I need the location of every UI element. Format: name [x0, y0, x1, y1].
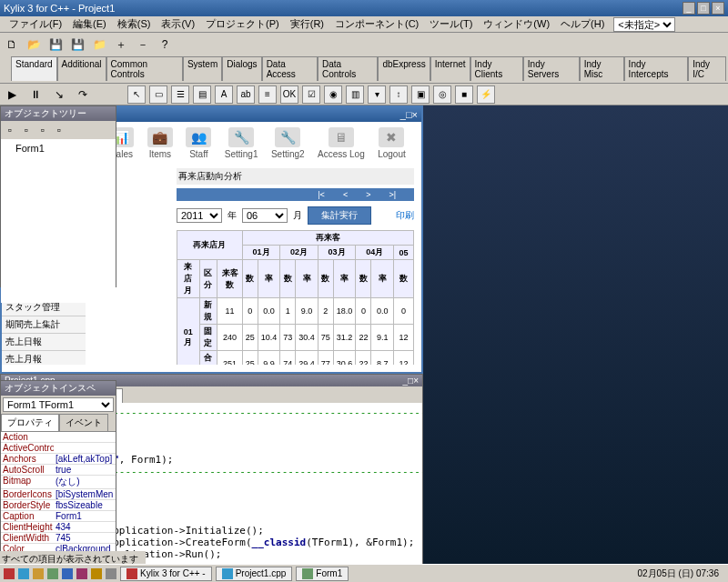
comp-check-icon[interactable]: ☑ [302, 85, 320, 104]
tree-btn3[interactable]: ▫ [35, 123, 50, 137]
app-icon-setting1[interactable]: 🔧Setting1 [225, 127, 258, 159]
form-close[interactable]: × [412, 109, 418, 120]
comp-tab[interactable]: Indy Misc [580, 56, 624, 81]
comp-tab[interactable]: Data Controls [318, 56, 378, 81]
app-icon-staff[interactable]: 👥Staff [186, 127, 211, 159]
nav-next[interactable]: > [366, 190, 370, 199]
month-select[interactable]: 06 [242, 208, 288, 223]
comp-combo-icon[interactable]: ▾ [368, 85, 386, 104]
task-form[interactable]: Form1 [296, 567, 349, 581]
menu-item[interactable]: 検索(S) [112, 17, 157, 31]
comp-tab[interactable]: Indy I/C [688, 56, 726, 81]
comp-edit-icon[interactable]: ab [237, 85, 255, 104]
property-row[interactable]: AutoScrolltrue [1, 465, 116, 476]
menu-item[interactable]: プロジェクト(P) [200, 17, 285, 31]
property-row[interactable]: ClientWidth745 [1, 533, 116, 544]
object-tree-body[interactable]: Form1 [1, 139, 116, 303]
menu-item[interactable]: コンポーネント(C) [329, 17, 424, 31]
comp-tab[interactable]: System [183, 56, 222, 81]
side-menu-item[interactable]: 売上日報 [2, 334, 86, 351]
app-icon-items[interactable]: 💼Items [147, 127, 173, 159]
comp-tab[interactable]: Indy Clients [470, 56, 523, 81]
comp-tab[interactable]: Data Access [262, 56, 318, 81]
app-icon-setting2[interactable]: 🔧Setting2 [271, 127, 305, 159]
form-max[interactable]: □ [406, 109, 412, 120]
saveall-icon[interactable]: 💾 [67, 35, 87, 55]
year-select[interactable]: 2011 [177, 208, 222, 223]
tray-icon2[interactable] [33, 568, 44, 579]
comp-radiog-icon[interactable]: ◎ [433, 85, 451, 104]
comp-group-icon[interactable]: ▣ [411, 85, 430, 104]
task-project[interactable]: Project1.cpp [216, 567, 293, 581]
remove-icon[interactable]: － [133, 35, 153, 55]
side-menu-item[interactable]: 売上月報 [2, 351, 86, 365]
comp-menu-icon[interactable]: ☰ [171, 85, 189, 104]
close-button[interactable]: × [712, 2, 724, 15]
task-kylix[interactable]: Kylix 3 for C++ - [120, 567, 212, 581]
comp-action-icon[interactable]: ⚡ [477, 85, 495, 104]
minimize-button[interactable]: _ [682, 2, 695, 15]
openproj-icon[interactable]: 📁 [89, 35, 109, 55]
property-row[interactable]: ClientHeight434 [1, 522, 116, 533]
property-row[interactable]: BorderStylefbsSizeable [1, 500, 116, 511]
tree-btn2[interactable]: ▫ [19, 123, 34, 137]
object-selector[interactable]: Form1 TForm1 [3, 397, 114, 412]
new-icon[interactable]: 🗋 [2, 35, 22, 55]
comp-tab[interactable]: Indy Intercepts [624, 56, 689, 81]
menu-item[interactable]: 表示(V) [156, 17, 200, 31]
menu-item[interactable]: 実行(R) [285, 17, 329, 31]
side-menu-item[interactable]: 期間売上集計 [2, 316, 86, 334]
comp-label-icon[interactable]: A [215, 85, 233, 104]
pause-icon[interactable]: ⏸ [25, 85, 46, 105]
comp-pointer-icon[interactable]: ↖ [127, 85, 146, 104]
menu-item[interactable]: ファイル(F) [4, 17, 67, 31]
property-row[interactable]: Action [1, 432, 116, 443]
comp-tab[interactable]: Indy Servers [523, 56, 580, 81]
app-icon-access log[interactable]: 🖥Access Log [318, 127, 365, 159]
comp-tab[interactable]: Internet [430, 56, 470, 81]
property-row[interactable]: Bitmap(なし) [1, 476, 116, 489]
menu-item[interactable]: ツール(T) [424, 17, 478, 31]
nav-prev[interactable]: < [343, 190, 348, 199]
tree-node-form1[interactable]: Form1 [5, 143, 112, 154]
comp-button-icon[interactable]: OK [280, 85, 298, 104]
tray-icon3[interactable] [47, 568, 58, 579]
menu-item[interactable]: ヘルプ(H) [555, 17, 610, 31]
stepover-icon[interactable]: ↷ [73, 85, 93, 105]
comp-memo-icon[interactable]: ≡ [258, 85, 277, 104]
comp-radio-icon[interactable]: ◉ [324, 85, 342, 104]
tab-properties[interactable]: プロパティ [1, 414, 59, 431]
print-link[interactable]: 印刷 [396, 209, 414, 222]
comp-scroll-icon[interactable]: ↕ [389, 85, 408, 104]
comp-tab[interactable]: Additional [57, 56, 106, 81]
tray-icon4[interactable] [62, 568, 73, 579]
nav-last[interactable]: >| [389, 190, 396, 199]
run-icon[interactable]: ▶ [2, 85, 22, 105]
app-icon-logout[interactable]: ✖Logout [378, 127, 406, 159]
help-icon[interactable]: ? [155, 35, 175, 55]
menu-combo[interactable]: <未指定> [613, 17, 675, 32]
property-row[interactable]: Anchors[akLeft,akTop] [1, 454, 116, 465]
run-aggregate-button[interactable]: 集計実行 [308, 206, 371, 225]
save-icon[interactable]: 💾 [46, 35, 66, 55]
comp-tab[interactable]: Dialogs [222, 56, 261, 81]
maximize-button[interactable]: □ [697, 2, 710, 15]
comp-panel-icon[interactable]: ■ [455, 85, 473, 104]
comp-tab[interactable]: Common Controls [106, 56, 183, 81]
nav-first[interactable]: |< [318, 190, 325, 199]
tray-icon6[interactable] [91, 568, 102, 579]
menu-item[interactable]: 編集(E) [67, 17, 112, 31]
comp-tab[interactable]: Standard [11, 56, 57, 81]
start-icon[interactable] [4, 568, 15, 579]
open-icon[interactable]: 📂 [24, 35, 44, 55]
menu-item[interactable]: ウィンドウ(W) [478, 17, 555, 31]
tray-icon5[interactable] [76, 568, 87, 579]
comp-list-icon[interactable]: ▥ [346, 85, 364, 104]
code-close[interactable]: × [413, 376, 419, 386]
tray-icon1[interactable] [18, 568, 29, 579]
comp-popup-icon[interactable]: ▤ [193, 85, 211, 104]
property-row[interactable]: ActiveControl [1, 443, 116, 454]
property-row[interactable]: BorderIcons[biSystemMen [1, 489, 116, 500]
comp-tab[interactable]: dbExpress [378, 56, 430, 81]
addfile-icon[interactable]: ＋ [111, 35, 131, 55]
